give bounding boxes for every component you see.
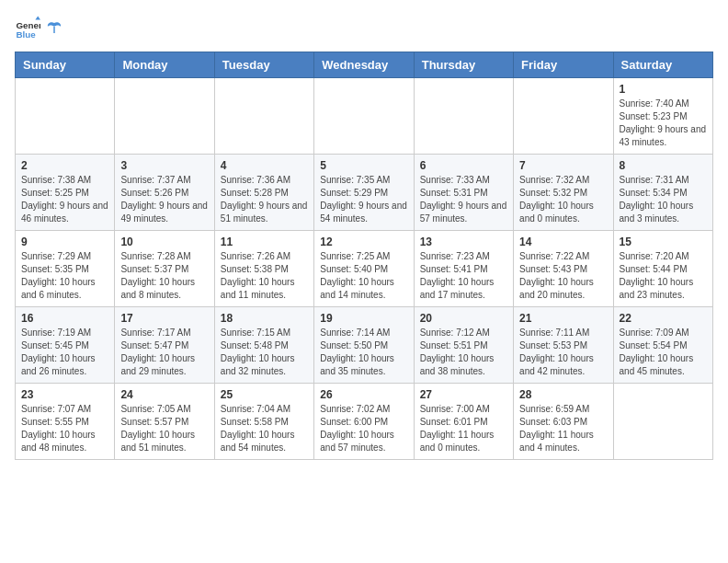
day-number: 9 [21,236,108,248]
day-info: Sunrise: 7:37 AM Sunset: 5:26 PM Dayligh… [120,175,208,224]
day-info: Sunrise: 7:26 AM Sunset: 5:38 PM Dayligh… [221,251,295,300]
day-info: Sunrise: 7:11 AM Sunset: 5:53 PM Dayligh… [519,327,594,376]
calendar-cell: 16Sunrise: 7:19 AM Sunset: 5:45 PM Dayli… [16,307,115,384]
calendar-cell: 24Sunrise: 7:05 AM Sunset: 5:57 PM Dayli… [115,384,214,460]
calendar-cell: 4Sunrise: 7:36 AM Sunset: 5:28 PM Daylig… [214,155,313,231]
day-number: 2 [21,159,108,172]
calendar-cell: 8Sunrise: 7:31 AM Sunset: 5:34 PM Daylig… [613,155,712,231]
calendar-week-row: 23Sunrise: 7:07 AM Sunset: 5:55 PM Dayli… [16,384,713,460]
day-number: 19 [320,312,407,325]
day-number: 8 [620,159,707,172]
day-number: 5 [320,159,407,172]
calendar-cell [314,78,414,155]
day-number: 23 [21,388,108,401]
calendar-cell: 3Sunrise: 7:37 AM Sunset: 5:26 PM Daylig… [115,155,214,231]
day-info: Sunrise: 7:36 AM Sunset: 5:28 PM Dayligh… [221,175,308,224]
calendar-cell: 9Sunrise: 7:29 AM Sunset: 5:35 PM Daylig… [16,231,115,307]
day-of-week-header: Wednesday [314,52,414,78]
calendar-cell [613,384,712,460]
calendar-cell: 6Sunrise: 7:33 AM Sunset: 5:31 PM Daylig… [414,155,513,231]
day-info: Sunrise: 7:17 AM Sunset: 5:47 PM Dayligh… [120,327,195,376]
day-number: 3 [120,159,208,172]
logo: General Blue [15,15,63,40]
day-of-week-header: Tuesday [214,52,313,78]
day-info: Sunrise: 7:12 AM Sunset: 5:51 PM Dayligh… [420,327,495,376]
day-info: Sunrise: 7:25 AM Sunset: 5:40 PM Dayligh… [320,251,394,300]
calendar-week-row: 9Sunrise: 7:29 AM Sunset: 5:35 PM Daylig… [16,231,713,307]
day-info: Sunrise: 7:33 AM Sunset: 5:31 PM Dayligh… [420,175,507,224]
day-info: Sunrise: 7:02 AM Sunset: 6:00 PM Dayligh… [320,404,394,453]
calendar-cell [214,78,313,155]
day-info: Sunrise: 7:32 AM Sunset: 5:32 PM Dayligh… [519,175,594,224]
calendar-week-row: 1Sunrise: 7:40 AM Sunset: 5:23 PM Daylig… [16,78,713,155]
day-info: Sunrise: 7:28 AM Sunset: 5:37 PM Dayligh… [120,251,195,300]
day-info: Sunrise: 7:20 AM Sunset: 5:44 PM Dayligh… [620,251,694,300]
day-number: 26 [320,388,407,401]
day-info: Sunrise: 7:38 AM Sunset: 5:25 PM Dayligh… [21,175,108,224]
calendar-cell: 23Sunrise: 7:07 AM Sunset: 5:55 PM Dayli… [16,384,115,460]
calendar-cell [414,78,513,155]
day-of-week-header: Thursday [414,52,513,78]
day-info: Sunrise: 7:22 AM Sunset: 5:43 PM Dayligh… [519,251,594,300]
day-number: 10 [120,236,208,248]
calendar-cell: 5Sunrise: 7:35 AM Sunset: 5:29 PM Daylig… [314,155,414,231]
calendar-cell: 13Sunrise: 7:23 AM Sunset: 5:41 PM Dayli… [414,231,513,307]
calendar-cell: 7Sunrise: 7:32 AM Sunset: 5:32 PM Daylig… [514,155,613,231]
calendar-cell: 27Sunrise: 7:00 AM Sunset: 6:01 PM Dayli… [414,384,513,460]
day-info: Sunrise: 7:04 AM Sunset: 5:58 PM Dayligh… [221,404,295,453]
calendar-week-row: 16Sunrise: 7:19 AM Sunset: 5:45 PM Dayli… [16,307,713,384]
calendar-cell: 15Sunrise: 7:20 AM Sunset: 5:44 PM Dayli… [613,231,712,307]
day-number: 22 [620,312,707,325]
day-info: Sunrise: 7:31 AM Sunset: 5:34 PM Dayligh… [620,175,694,224]
day-number: 6 [420,159,507,172]
day-number: 14 [519,236,607,248]
calendar-cell: 1Sunrise: 7:40 AM Sunset: 5:23 PM Daylig… [613,78,712,155]
calendar-cell [115,78,214,155]
calendar-cell: 21Sunrise: 7:11 AM Sunset: 5:53 PM Dayli… [514,307,613,384]
day-number: 16 [21,312,108,325]
calendar-cell: 14Sunrise: 7:22 AM Sunset: 5:43 PM Dayli… [514,231,613,307]
calendar-cell [16,78,115,155]
day-number: 28 [519,388,607,401]
calendar-cell [514,78,613,155]
calendar-body: 1Sunrise: 7:40 AM Sunset: 5:23 PM Daylig… [16,78,713,460]
day-of-week-header: Friday [514,52,613,78]
calendar-cell: 18Sunrise: 7:15 AM Sunset: 5:48 PM Dayli… [214,307,313,384]
day-number: 7 [519,159,607,172]
day-number: 20 [420,312,507,325]
calendar-cell: 10Sunrise: 7:28 AM Sunset: 5:37 PM Dayli… [115,231,214,307]
day-number: 18 [221,312,308,325]
day-of-week-header: Monday [115,52,214,78]
day-info: Sunrise: 7:00 AM Sunset: 6:01 PM Dayligh… [420,404,495,453]
day-number: 15 [620,236,707,248]
day-info: Sunrise: 7:35 AM Sunset: 5:29 PM Dayligh… [320,175,407,224]
day-number: 13 [420,236,507,248]
svg-text:Blue: Blue [16,29,36,40]
calendar-cell: 25Sunrise: 7:04 AM Sunset: 5:58 PM Dayli… [214,384,313,460]
day-of-week-header: Saturday [613,52,712,78]
day-info: Sunrise: 7:14 AM Sunset: 5:50 PM Dayligh… [320,327,394,376]
day-number: 21 [519,312,607,325]
day-number: 4 [221,159,308,172]
day-info: Sunrise: 7:15 AM Sunset: 5:48 PM Dayligh… [221,327,295,376]
day-info: Sunrise: 7:40 AM Sunset: 5:23 PM Dayligh… [620,98,707,147]
day-info: Sunrise: 7:05 AM Sunset: 5:57 PM Dayligh… [120,404,195,453]
day-number: 1 [620,83,707,96]
calendar-cell: 28Sunrise: 6:59 AM Sunset: 6:03 PM Dayli… [514,384,613,460]
day-info: Sunrise: 7:09 AM Sunset: 5:54 PM Dayligh… [620,327,694,376]
day-number: 17 [120,312,208,325]
day-info: Sunrise: 7:23 AM Sunset: 5:41 PM Dayligh… [420,251,495,300]
day-number: 27 [420,388,507,401]
calendar-cell: 17Sunrise: 7:17 AM Sunset: 5:47 PM Dayli… [115,307,214,384]
logo-icon: General Blue [15,15,40,40]
day-info: Sunrise: 6:59 AM Sunset: 6:03 PM Dayligh… [519,404,594,453]
calendar-cell: 20Sunrise: 7:12 AM Sunset: 5:51 PM Dayli… [414,307,513,384]
calendar-table: SundayMondayTuesdayWednesdayThursdayFrid… [15,52,713,460]
days-of-week-row: SundayMondayTuesdayWednesdayThursdayFrid… [16,52,713,78]
day-info: Sunrise: 7:19 AM Sunset: 5:45 PM Dayligh… [21,327,96,376]
calendar-cell: 26Sunrise: 7:02 AM Sunset: 6:00 PM Dayli… [314,384,414,460]
day-number: 24 [120,388,208,401]
svg-marker-2 [35,16,40,19]
day-info: Sunrise: 7:07 AM Sunset: 5:55 PM Dayligh… [21,404,96,453]
day-number: 12 [320,236,407,248]
